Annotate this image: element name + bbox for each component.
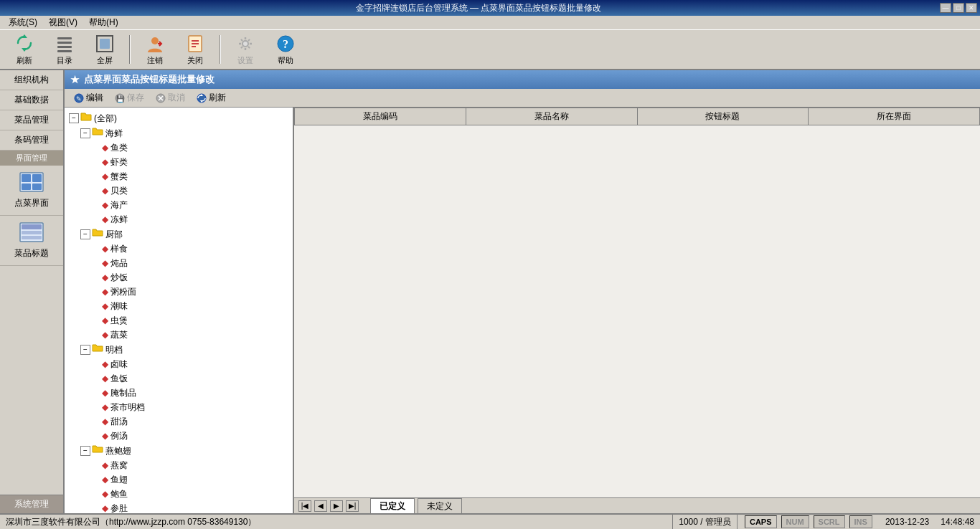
svg-text:?: ? — [283, 38, 288, 50]
svg-rect-18 — [22, 174, 31, 182]
cancel-btn[interactable]: 取消 — [151, 90, 190, 106]
help-label: 帮助 — [278, 55, 293, 66]
tree-node-mingdang: − 明档 ◆ 卤味 — [79, 342, 290, 443]
tab-undefined[interactable]: 未定义 — [418, 498, 462, 514]
tree-row-fishrice[interactable]: ◆ 鱼饭 — [90, 371, 290, 386]
sidebar-bottom-system[interactable]: 系统管理 — [0, 495, 63, 513]
tree-row-yanwo[interactable]: ◆ 燕窝 — [90, 458, 290, 472]
tree-children-root: − 海鲜 ◆ 鱼类 — [79, 125, 290, 513]
tree-row-friedrice[interactable]: ◆ 炒饭 — [90, 270, 290, 285]
tree-icon-claypot: ◆ — [102, 314, 108, 327]
refresh-button[interactable]: 刷新 — [6, 33, 43, 66]
tree-row-sendu[interactable]: ◆ 参肚 — [90, 501, 290, 513]
tree-toggle-kitchen[interactable]: − — [80, 229, 90, 239]
tree-row-teaming[interactable]: ◆ 茶市明档 — [90, 400, 290, 414]
tree-node-seafood: − 海鲜 ◆ 鱼类 — [79, 125, 290, 227]
tree-label-seaprod: 海产 — [110, 199, 128, 211]
svg-rect-23 — [22, 224, 42, 229]
save-btn[interactable]: 💾 保存 — [110, 90, 149, 106]
sidebar-item-barcode[interactable]: 条码管理 — [0, 130, 63, 151]
tree-row-porridge[interactable]: ◆ 粥粉面 — [90, 285, 290, 299]
tree-toggle-yanbaochi[interactable]: − — [80, 446, 90, 456]
settings-button[interactable]: 设置 — [227, 33, 264, 66]
status-user: 1000 / 管理员 — [673, 515, 738, 529]
tree-label-frozen: 冻鲜 — [110, 213, 128, 226]
logout-button[interactable]: 注销 — [136, 33, 174, 66]
tree-icon-veggie: ◆ — [102, 328, 108, 341]
sub-refresh-btn[interactable]: 刷新 — [192, 90, 231, 106]
svg-point-14 — [243, 42, 248, 46]
tree-row-claypot[interactable]: ◆ 虫煲 — [90, 313, 290, 328]
toolbar-separator-1 — [129, 35, 131, 64]
menu-help[interactable]: 帮助(H) — [83, 15, 124, 30]
tab-defined[interactable]: 已定义 — [370, 498, 415, 514]
caps-key: CAPS — [745, 515, 777, 528]
tree-row-veggie[interactable]: ◆ 蔬菜 — [90, 328, 290, 342]
maximize-button[interactable]: □ — [953, 3, 964, 13]
window-close-button[interactable]: ✕ — [966, 3, 977, 13]
tree-row-chaomei[interactable]: ◆ 潮味 — [90, 299, 290, 313]
tree-row-sample[interactable]: ◆ 样食 — [90, 242, 290, 256]
first-page-btn[interactable]: |◀ — [298, 500, 311, 512]
tree-row-baoyu[interactable]: ◆ 鲍鱼 — [90, 487, 290, 501]
status-bar: 深圳市三度软件有限公司（http://www.jzzp.com 0755-836… — [0, 513, 980, 529]
tree-toggle-root[interactable]: − — [69, 113, 79, 123]
last-page-btn[interactable]: ▶| — [346, 500, 359, 512]
grid-pane: 菜品编码 菜品名称 按钮标题 所在界面 |◀ ◀ ▶ — [294, 108, 980, 513]
close-icon — [185, 34, 205, 54]
minimize-button[interactable]: — — [940, 3, 951, 13]
close-button[interactable]: 关闭 — [176, 33, 214, 66]
menu-system[interactable]: 系统(S) — [3, 15, 43, 30]
fullscreen-button[interactable]: 全屏 — [86, 33, 123, 66]
tree-row-kitchen[interactable]: − 厨部 — [79, 227, 290, 242]
bottom-bar: |◀ ◀ ▶ ▶| 已定义 未定义 — [294, 497, 980, 513]
tree-row-shrimp[interactable]: ◆ 虾类 — [90, 155, 290, 169]
tree-row-mingdang[interactable]: − 明档 — [79, 342, 290, 357]
tree-row-yuchi[interactable]: ◆ 鱼翅 — [90, 472, 290, 487]
tree-row-seafood[interactable]: − 海鲜 — [79, 125, 290, 140]
table-header-row: 菜品编码 菜品名称 按钮标题 所在界面 — [295, 108, 980, 125]
status-user-text: 1000 / 管理员 — [679, 516, 731, 528]
tree-row-shellfish[interactable]: ◆ 贝类 — [90, 184, 290, 198]
catalog-icon — [55, 34, 75, 54]
tree-row-root[interactable]: − (全部) — [67, 110, 290, 125]
tree-row-frozen[interactable]: ◆ 冻鲜 — [90, 212, 290, 227]
status-date: 2013-12-23 — [880, 515, 935, 529]
scrl-key: SCRL — [814, 515, 845, 528]
sidebar-item-dish-title[interactable]: 菜品标题 — [0, 216, 63, 266]
tree-icon-kitchen — [92, 227, 103, 241]
catalog-button[interactable]: 目录 — [46, 33, 83, 66]
tree-children-mingdang: ◆ 卤味 ◆ 鱼饭 — [90, 357, 290, 443]
sidebar-item-order-ui[interactable]: 点菜界面 — [0, 166, 63, 216]
col-header-code: 菜品编码 — [295, 108, 466, 125]
col-header-ui: 所在界面 — [809, 108, 980, 125]
tree-row-regularsoup[interactable]: ◆ 例汤 — [90, 429, 290, 443]
tree-row-sweetsoup[interactable]: ◆ 甜汤 — [90, 414, 290, 429]
help-button[interactable]: ? 帮助 — [267, 33, 304, 66]
col-header-name: 菜品名称 — [466, 108, 637, 125]
menu-view[interactable]: 视图(V) — [43, 15, 83, 30]
tree-toggle-mingdang[interactable]: − — [80, 345, 90, 355]
sidebar-item-dishes[interactable]: 菜品管理 — [0, 110, 63, 130]
tree-row-pickled[interactable]: ◆ 腌制品 — [90, 386, 290, 400]
tree-row-fish[interactable]: ◆ 鱼类 — [90, 140, 290, 155]
window-controls: — □ ✕ — [940, 3, 977, 13]
tree-icon-mingdang — [92, 343, 103, 356]
tree-row-crab[interactable]: ◆ 蟹类 — [90, 169, 290, 184]
next-page-btn[interactable]: ▶ — [330, 500, 343, 512]
prev-page-btn[interactable]: ◀ — [314, 500, 327, 512]
tree-row-braised[interactable]: ◆ 卤味 — [90, 357, 290, 371]
sidebar-item-basic[interactable]: 基础数据 — [0, 90, 63, 110]
sidebar-item-org[interactable]: 组织机构 — [0, 70, 63, 90]
tree-toggle-seafood[interactable]: − — [80, 128, 90, 138]
tree-row-stew[interactable]: ◆ 炖品 — [90, 256, 290, 270]
table-scroll-area[interactable]: 菜品编码 菜品名称 按钮标题 所在界面 — [294, 108, 980, 497]
table-header: 菜品编码 菜品名称 按钮标题 所在界面 — [295, 108, 980, 125]
ins-key: INS — [849, 515, 872, 528]
edit-btn[interactable]: ✎ 编辑 — [69, 90, 108, 106]
tree-row-seaprod[interactable]: ◆ 海产 — [90, 198, 290, 212]
tree-label-kitchen: 厨部 — [105, 228, 123, 241]
tree-row-yanbaochi[interactable]: − 燕鲍翅 — [79, 443, 290, 458]
logout-icon — [145, 34, 165, 54]
help-icon: ? — [275, 34, 296, 54]
